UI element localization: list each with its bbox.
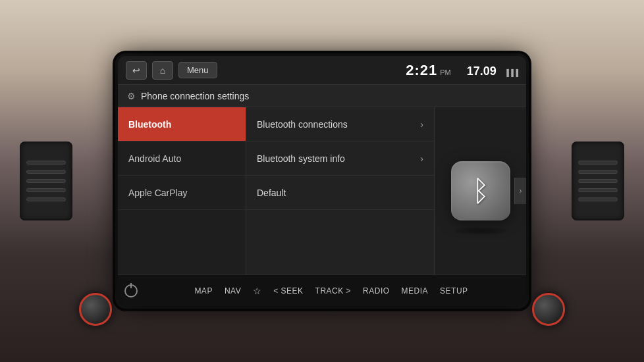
date-value: 17.09 xyxy=(467,65,496,78)
back-button[interactable]: ↩ xyxy=(126,61,147,80)
nav-button[interactable]: NAV xyxy=(225,286,241,296)
menu-button[interactable]: Menu xyxy=(178,62,217,78)
vent-right xyxy=(572,142,624,220)
track-button[interactable]: TRACK > xyxy=(315,286,352,296)
power-button[interactable] xyxy=(124,284,138,297)
page-title: Phone connection settings xyxy=(141,91,249,101)
bluetooth-logo: ᛒ xyxy=(451,161,510,220)
car-interior: ↩ ⌂ Menu 2:21 PM 17.09 ▐▐▐ ⚙ Phone conne… xyxy=(0,0,644,362)
bluetooth-icon: ᛒ xyxy=(472,174,489,207)
default-item[interactable]: Default xyxy=(246,176,434,210)
sidebar-item-bluetooth[interactable]: Bluetooth xyxy=(118,107,246,142)
signal-icon: ▐▐▐ xyxy=(504,69,518,76)
page-title-bar: ⚙ Phone connection settings xyxy=(118,85,526,107)
media-button[interactable]: MEDIA xyxy=(402,286,429,296)
map-button[interactable]: MAP xyxy=(194,286,213,296)
right-panel: Bluetooth connections › Bluetooth system… xyxy=(246,107,434,274)
chevron-icon: › xyxy=(420,119,423,130)
favorites-button[interactable]: ☆ xyxy=(253,286,261,296)
screen-content: ↩ ⌂ Menu 2:21 PM 17.09 ▐▐▐ ⚙ Phone conne… xyxy=(118,56,526,306)
main-content: Bluetooth Android Auto Apple CarPlay Blu… xyxy=(118,107,526,274)
bluetooth-system-info-item[interactable]: Bluetooth system info › xyxy=(246,142,434,176)
infotainment-screen: ↩ ⌂ Menu 2:21 PM 17.09 ▐▐▐ ⚙ Phone conne… xyxy=(118,56,526,306)
bluetooth-shadow xyxy=(454,227,507,235)
bluetooth-connections-item[interactable]: Bluetooth connections › xyxy=(246,107,434,142)
content-area: ⚙ Phone connection settings Bluetooth An… xyxy=(118,85,526,306)
left-volume-knob[interactable] xyxy=(79,293,112,326)
time-display: 2:21 PM 17.09 ▐▐▐ xyxy=(406,62,518,79)
setup-button[interactable]: SETUP xyxy=(440,286,468,296)
seek-left-button[interactable]: < SEEK xyxy=(273,286,303,296)
sidebar-item-apple-carplay[interactable]: Apple CarPlay xyxy=(118,176,246,210)
vent-left xyxy=(20,142,72,220)
sidebar-item-android-auto[interactable]: Android Auto xyxy=(118,142,246,176)
bottom-bar: MAP NAV ☆ < SEEK TRACK > RADIO MEDIA SET… xyxy=(118,274,526,306)
time-ampm: PM xyxy=(440,68,451,76)
bottom-controls: MAP NAV ☆ < SEEK TRACK > RADIO MEDIA SET… xyxy=(143,286,520,296)
radio-button[interactable]: RADIO xyxy=(363,286,390,296)
bluetooth-logo-area: ᛒ › xyxy=(434,107,526,274)
top-bar: ↩ ⌂ Menu 2:21 PM 17.09 ▐▐▐ xyxy=(118,56,526,85)
time-value: 2:21 xyxy=(406,62,437,79)
chevron-icon: › xyxy=(420,153,423,164)
settings-icon: ⚙ xyxy=(127,91,136,101)
right-tune-knob[interactable] xyxy=(532,293,565,326)
side-arrow-button[interactable]: › xyxy=(514,178,526,204)
home-button[interactable]: ⌂ xyxy=(152,61,173,80)
left-menu: Bluetooth Android Auto Apple CarPlay xyxy=(118,107,246,274)
